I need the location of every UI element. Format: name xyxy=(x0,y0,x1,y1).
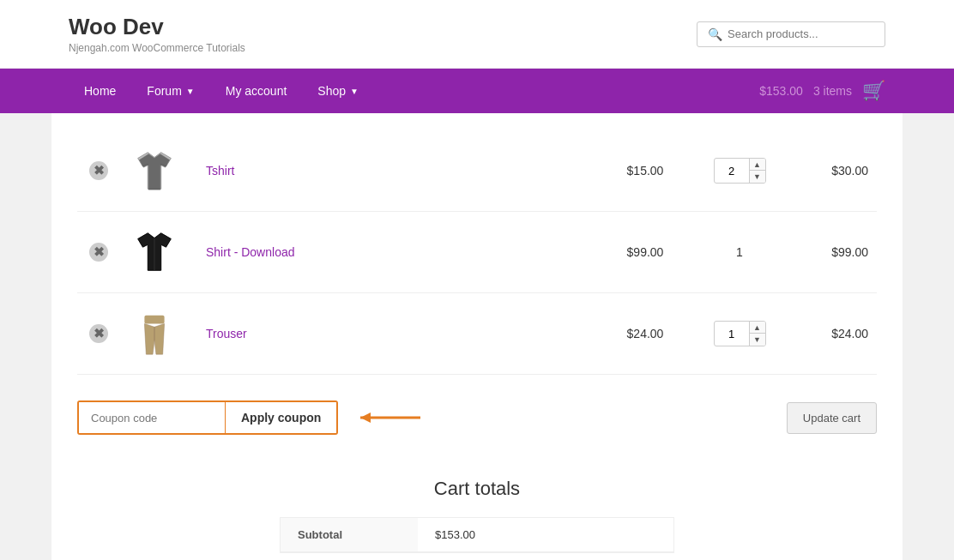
coupon-input[interactable] xyxy=(79,402,225,433)
qty-up-button[interactable]: ▲ xyxy=(750,159,765,171)
shirt-image xyxy=(130,227,179,277)
product-price: $99.00 xyxy=(627,245,664,259)
product-price-col: $24.00 xyxy=(602,327,688,340)
chevron-down-icon: ▼ xyxy=(186,87,195,96)
remove-col: ✖ xyxy=(77,324,120,343)
cart-amount: $153.00 xyxy=(759,84,803,98)
product-qty-col: 1 xyxy=(688,245,791,259)
svg-marker-8 xyxy=(360,412,371,423)
search-input[interactable] xyxy=(728,27,874,40)
product-price-col: $15.00 xyxy=(602,164,688,178)
nav-items: Home Forum ▼ My account Shop ▼ xyxy=(69,70,759,111)
remove-item-button[interactable]: ✖ xyxy=(89,324,108,343)
remove-item-button[interactable]: ✖ xyxy=(89,243,108,262)
arrow-svg xyxy=(352,405,429,431)
remove-col: ✖ xyxy=(77,161,120,180)
qty-input[interactable] xyxy=(715,324,749,344)
cart-totals-section: Cart totals Subtotal $153.00 xyxy=(77,478,877,553)
product-link-tshirt[interactable]: Tshirt xyxy=(206,164,234,178)
qty-arrows: ▲ ▼ xyxy=(749,159,765,183)
trouser-image xyxy=(130,309,179,358)
product-image-col xyxy=(120,146,189,196)
coupon-section: Apply coupon xyxy=(77,400,429,435)
product-total: $24.00 xyxy=(831,327,868,340)
qty-stepper[interactable]: ▲ ▼ xyxy=(714,158,766,184)
product-total: $30.00 xyxy=(831,164,868,178)
product-price: $24.00 xyxy=(627,327,664,340)
subtotal-label: Subtotal xyxy=(281,518,418,551)
nav-item-home[interactable]: Home xyxy=(69,70,131,111)
apply-coupon-button[interactable]: Apply coupon xyxy=(225,402,336,433)
cart-item-count: 3 items xyxy=(813,84,852,98)
main-content: ✖ Tshirt $15.00 ▲ ▼ xyxy=(51,113,903,560)
product-total-col: $99.00 xyxy=(791,245,877,259)
qty-down-button[interactable]: ▼ xyxy=(750,334,765,346)
product-image-col xyxy=(120,309,189,358)
table-row: ✖ Shirt - Download $99.00 1 $99.00 xyxy=(77,212,877,293)
search-icon: 🔍 xyxy=(708,27,722,41)
nav-item-myaccount[interactable]: My account xyxy=(210,70,303,111)
coupon-area: Apply coupon xyxy=(77,400,338,435)
site-title: Woo Dev xyxy=(69,14,245,40)
product-price: $15.00 xyxy=(627,164,664,178)
update-cart-button[interactable]: Update cart xyxy=(787,402,877,434)
qty-stepper[interactable]: ▲ ▼ xyxy=(714,321,766,346)
product-link-trouser[interactable]: Trouser xyxy=(206,327,247,340)
subtotal-value: $153.00 xyxy=(418,518,673,551)
svg-rect-4 xyxy=(144,316,164,324)
site-subtitle: Njengah.com WooCommerce Tutorials xyxy=(69,42,245,54)
table-row: ✖ Tshirt $15.00 ▲ ▼ xyxy=(77,130,877,212)
product-name-col: Trouser xyxy=(189,327,602,340)
qty-up-button[interactable]: ▲ xyxy=(750,322,765,334)
product-total-col: $30.00 xyxy=(791,164,877,178)
qty-down-button[interactable]: ▼ xyxy=(750,171,765,183)
header: Woo Dev Njengah.com WooCommerce Tutorial… xyxy=(0,0,954,69)
product-total-col: $24.00 xyxy=(791,327,877,340)
cart-actions: Apply coupon Update cart xyxy=(77,392,877,443)
product-quantity: 1 xyxy=(736,245,743,259)
product-total: $99.00 xyxy=(831,245,868,259)
chevron-down-icon: ▼ xyxy=(350,87,359,96)
table-row: ✖ Trouser $24.00 ▲ ▼ $2 xyxy=(77,293,877,375)
nav-item-shop[interactable]: Shop ▼ xyxy=(302,70,374,111)
nav-cart-info[interactable]: $153.00 3 items 🛒 xyxy=(759,80,885,102)
qty-input[interactable] xyxy=(715,161,749,181)
nav-item-forum[interactable]: Forum ▼ xyxy=(131,70,209,111)
product-qty-col: ▲ ▼ xyxy=(688,158,791,184)
remove-col: ✖ xyxy=(77,243,120,262)
remove-item-button[interactable]: ✖ xyxy=(89,161,108,180)
product-price-col: $99.00 xyxy=(602,245,688,259)
qty-arrows: ▲ ▼ xyxy=(749,322,765,346)
product-qty-col: ▲ ▼ xyxy=(688,321,791,346)
product-name-col: Shirt - Download xyxy=(189,245,602,259)
main-nav: Home Forum ▼ My account Shop ▼ $153.00 3… xyxy=(0,69,954,113)
cart-icon[interactable]: 🛒 xyxy=(862,80,885,102)
product-image-col xyxy=(120,227,189,277)
svg-marker-1 xyxy=(140,154,170,190)
product-name-col: Tshirt xyxy=(189,164,602,178)
site-branding: Woo Dev Njengah.com WooCommerce Tutorial… xyxy=(69,14,245,54)
arrow-indicator xyxy=(352,405,429,431)
search-bar[interactable]: 🔍 xyxy=(697,21,885,47)
tshirt-image xyxy=(130,146,179,196)
totals-table: Subtotal $153.00 xyxy=(280,517,674,553)
cart-totals-title: Cart totals xyxy=(77,478,877,500)
product-link-shirt[interactable]: Shirt - Download xyxy=(206,245,295,259)
totals-subtotal-row: Subtotal $153.00 xyxy=(281,518,673,552)
